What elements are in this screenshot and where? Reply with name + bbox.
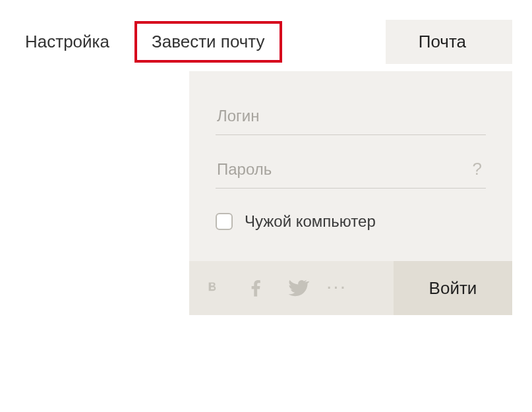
password-help-icon[interactable]: ? <box>473 159 482 179</box>
login-panel: ? Чужой компьютер ··· Войти <box>189 71 512 315</box>
foreign-pc-row: Чужой компьютер <box>216 212 486 231</box>
twitter-icon[interactable] <box>284 276 309 301</box>
login-bottom-bar: ··· Войти <box>189 261 512 315</box>
foreign-pc-checkbox[interactable] <box>216 213 233 230</box>
nav-mail-tab[interactable]: Почта <box>386 20 512 64</box>
login-submit-button[interactable]: Войти <box>394 261 512 315</box>
password-input[interactable] <box>217 160 485 179</box>
login-input[interactable] <box>217 107 485 125</box>
top-nav: Настройка Завести почту Почта <box>0 0 532 64</box>
social-login-group: ··· <box>189 261 394 315</box>
foreign-pc-label: Чужой компьютер <box>245 212 376 231</box>
vk-icon[interactable] <box>205 277 227 299</box>
nav-settings-link[interactable]: Настройка <box>13 25 121 59</box>
facebook-icon[interactable] <box>245 277 267 299</box>
more-login-options-icon[interactable]: ··· <box>326 276 347 300</box>
login-field-row <box>216 98 486 135</box>
nav-create-mail-link[interactable]: Завести почту <box>134 21 282 63</box>
password-field-row: ? <box>216 151 486 189</box>
